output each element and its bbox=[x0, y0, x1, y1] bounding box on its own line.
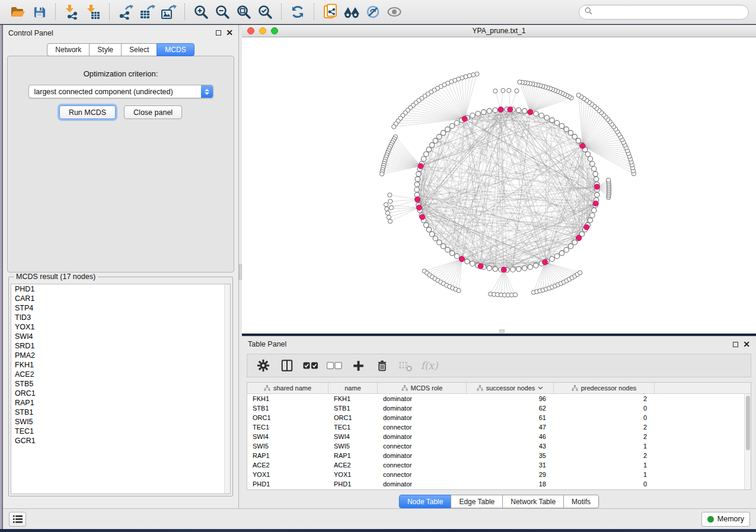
list-scrollbar[interactable] bbox=[224, 284, 230, 493]
tab-motifs[interactable]: Motifs bbox=[563, 495, 599, 508]
delete-columns-icon[interactable] bbox=[373, 357, 391, 374]
export-table-icon[interactable] bbox=[136, 2, 158, 21]
tab-edge-table[interactable]: Edge Table bbox=[451, 495, 503, 508]
list-item[interactable]: SWI5 bbox=[11, 417, 230, 427]
close-panel-icon[interactable]: ✕ bbox=[226, 30, 233, 36]
zoom-selected-icon[interactable] bbox=[254, 2, 276, 21]
list-item[interactable]: YOX1 bbox=[11, 322, 230, 332]
export-network-icon[interactable] bbox=[115, 2, 136, 21]
scrollbar-thumb[interactable] bbox=[746, 396, 750, 450]
table-row[interactable]: RAP1RAP1dominator352 bbox=[247, 451, 751, 460]
column-header-MCDS-role[interactable]: MCDS role bbox=[378, 383, 467, 393]
table-scrollbar[interactable] bbox=[744, 394, 751, 489]
list-item[interactable]: TEC1 bbox=[11, 427, 230, 436]
close-table-panel-icon[interactable]: ✕ bbox=[743, 342, 750, 347]
close-window-icon[interactable] bbox=[247, 27, 254, 34]
table-cell: connector bbox=[378, 460, 467, 470]
zoom-out-icon[interactable] bbox=[212, 2, 233, 21]
table-cell: dominator bbox=[378, 394, 467, 403]
import-table-icon[interactable] bbox=[82, 2, 104, 21]
mcds-result-title: MCDS result (17 nodes) bbox=[14, 273, 98, 281]
search-input[interactable] bbox=[595, 8, 743, 16]
tab-select[interactable]: Select bbox=[121, 43, 157, 56]
table-row[interactable]: SWI5SWI5connector431 bbox=[247, 441, 751, 451]
table-cell: TEC1 bbox=[328, 422, 378, 432]
import-network-icon[interactable] bbox=[61, 2, 82, 21]
table-cell: ACE2 bbox=[247, 460, 328, 470]
tab-style[interactable]: Style bbox=[89, 43, 122, 56]
optimization-criterion-label: Optimization criterion: bbox=[8, 69, 234, 78]
table-cell: 62 bbox=[467, 403, 554, 413]
table-cell: 1 bbox=[554, 470, 655, 479]
table-row[interactable]: STB1STB1dominator620 bbox=[247, 403, 751, 413]
list-item[interactable]: RAP1 bbox=[11, 398, 230, 408]
minimize-window-icon[interactable] bbox=[259, 27, 266, 34]
table-row[interactable]: ORC1ORC1dominator610 bbox=[247, 413, 751, 422]
table-cell: SWI4 bbox=[247, 432, 328, 441]
list-item[interactable]: PHD1 bbox=[11, 284, 230, 294]
table-row[interactable]: ACE2ACE2connector311 bbox=[247, 460, 751, 470]
list-item[interactable]: PMA2 bbox=[11, 351, 230, 360]
list-item[interactable]: STB5 bbox=[11, 379, 230, 389]
search-binoculars-icon[interactable] bbox=[341, 2, 362, 21]
tab-network[interactable]: Network bbox=[47, 43, 90, 56]
network-canvas[interactable] bbox=[242, 37, 756, 334]
list-item[interactable]: SRD1 bbox=[11, 341, 230, 351]
table-cell: 1 bbox=[554, 460, 655, 470]
maximize-window-icon[interactable] bbox=[271, 27, 278, 34]
close-panel-button[interactable]: Close panel bbox=[124, 105, 182, 119]
select-all-icon[interactable] bbox=[302, 357, 320, 374]
table-cell: dominator bbox=[378, 432, 467, 441]
list-item[interactable]: STP4 bbox=[11, 303, 230, 313]
export-image-icon[interactable] bbox=[158, 2, 179, 21]
hide-glasses-icon[interactable] bbox=[362, 2, 384, 21]
column-header-shared-name[interactable]: shared name bbox=[247, 383, 328, 393]
column-header-successor-nodes[interactable]: successor nodes bbox=[467, 383, 554, 393]
table-row[interactable]: PHD1PHD1dominator180 bbox=[247, 479, 751, 489]
column-header-name[interactable]: name bbox=[328, 383, 378, 393]
float-table-panel-icon[interactable] bbox=[733, 342, 738, 347]
table-row[interactable]: FKH1FKH1dominator962 bbox=[247, 394, 751, 403]
table-row[interactable]: TEC1TEC1connector472 bbox=[247, 422, 751, 432]
deselect-all-icon[interactable] bbox=[326, 357, 343, 374]
list-item[interactable]: SWI4 bbox=[11, 332, 230, 341]
search-field[interactable] bbox=[579, 5, 749, 20]
list-item[interactable]: CAR1 bbox=[11, 294, 230, 303]
task-history-button[interactable] bbox=[9, 512, 26, 527]
add-column-icon[interactable] bbox=[349, 357, 367, 374]
clone-network-icon[interactable] bbox=[320, 2, 341, 21]
mcds-result-list[interactable]: PHD1CAR1STP4TID3YOX1SWI4SRD1PMA2FKH1ACE2… bbox=[11, 284, 231, 494]
refresh-layout-icon[interactable] bbox=[287, 2, 308, 21]
delete-table-icon[interactable] bbox=[397, 357, 414, 374]
list-item[interactable]: ACE2 bbox=[11, 370, 230, 379]
list-item[interactable]: GCR1 bbox=[11, 436, 230, 446]
table-row[interactable]: YOX1YOX1connector291 bbox=[247, 470, 751, 479]
float-panel-icon[interactable] bbox=[216, 30, 221, 36]
run-mcds-button[interactable]: Run MCDS bbox=[59, 105, 116, 119]
table-cell: ACE2 bbox=[328, 460, 378, 470]
tab-node-table[interactable]: Node Table bbox=[399, 495, 452, 508]
table-cell: 0 bbox=[554, 479, 655, 489]
save-session-icon[interactable] bbox=[28, 2, 50, 21]
settings-icon[interactable] bbox=[254, 357, 272, 374]
tab-mcds[interactable]: MCDS bbox=[157, 43, 194, 56]
table-row[interactable]: SWI4SWI4dominator462 bbox=[247, 432, 751, 441]
split-view-icon[interactable] bbox=[278, 357, 296, 374]
network-titlebar[interactable]: YPA_prune.txt_1 bbox=[242, 25, 756, 37]
list-item[interactable]: FKH1 bbox=[11, 360, 230, 370]
tab-network-table[interactable]: Network Table bbox=[502, 495, 564, 508]
column-header-predecessor-nodes[interactable]: predecessor nodes bbox=[554, 383, 655, 393]
criterion-dropdown[interactable]: largest connected component (undirected) bbox=[28, 85, 213, 98]
zoom-fit-icon[interactable] bbox=[233, 2, 254, 21]
list-item[interactable]: TID3 bbox=[11, 313, 230, 322]
zoom-in-icon[interactable] bbox=[190, 2, 212, 21]
list-item[interactable]: ORC1 bbox=[11, 389, 230, 398]
canvas-splitter-handle[interactable] bbox=[499, 329, 505, 333]
open-file-icon[interactable] bbox=[7, 2, 28, 21]
memory-button[interactable]: Memory bbox=[701, 512, 750, 527]
table-cell: RAP1 bbox=[247, 451, 328, 460]
table-cell: 2 bbox=[554, 394, 655, 403]
table-cell: 47 bbox=[467, 422, 554, 432]
show-eye-icon[interactable] bbox=[384, 2, 405, 21]
list-item[interactable]: STB1 bbox=[11, 408, 230, 417]
